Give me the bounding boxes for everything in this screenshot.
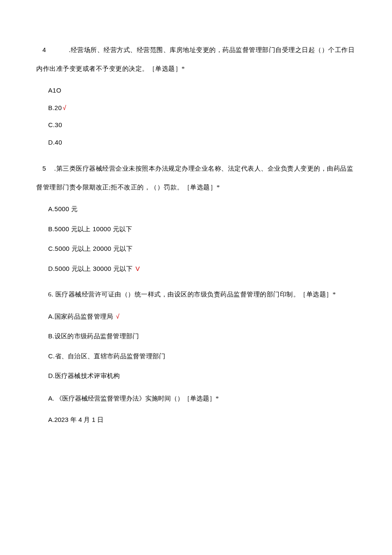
- question-5-option-a: A.5000 元: [48, 204, 356, 214]
- option-text: D.5000 元以上 30000 元以下: [48, 265, 133, 272]
- question-6-option-d: D.医疗器械技术评审机构: [48, 371, 356, 381]
- correct-mark-icon: √: [116, 313, 120, 320]
- question-5-options: A.5000 元 B.5000 元以上 10000 元以下 C.5000 元以上…: [36, 204, 356, 273]
- question-5-option-d: D.5000 元以上 30000 元以下 V: [48, 264, 356, 274]
- question-6-option-b: B.设区的市级药品监督管理部门: [48, 331, 356, 341]
- option-text: D.40: [48, 139, 62, 146]
- question-4-option-c: C.30: [48, 120, 356, 130]
- question-6-text: 医疗器械经营许可证由（）统一样式，由设区的市级负责药品监督管理的部门印制。［单选…: [53, 291, 336, 298]
- question-4-option-d: D.40: [48, 138, 356, 148]
- question-7-text: 《医疗器械经营监督管理办法》实施时间（）［单选题］*: [54, 395, 219, 402]
- question-5: 5 .第三类医疗器械经营企业未按照本办法规定办理企业名称、法定代表人、企业负责人…: [36, 159, 356, 273]
- question-4-stem: 4 .经营场所、经营方式、经营范围、库房地址变更的，药品监督管理部门自受理之日起…: [36, 41, 356, 78]
- question-7: A. 《医疗器械经营监督管理办法》实施时间（）［单选题］* A.2023 年 4…: [36, 393, 356, 425]
- question-6-option-a: A.国家药品监督管理局 √: [48, 312, 356, 322]
- question-7-option-a: A.2023 年 4 月 1 日: [36, 415, 356, 425]
- option-text: A.国家药品监督管理局: [48, 313, 113, 320]
- question-5-number: 5: [36, 159, 52, 178]
- question-4-text: 经营场所、经营方式、经营范围、库房地址变更的，药品监督管理部门自受理之日起（）个…: [36, 46, 355, 72]
- option-text: B.5000 元以上 10000 元以下: [48, 225, 133, 232]
- option-text: C.省、自治区、直辖市药品监督管理部门: [48, 352, 166, 360]
- question-5-text: 第三类医疗器械经营企业未按照本办法规定办理企业名称、法定代表人、企业负责人变更的…: [36, 165, 353, 191]
- question-5-option-c: C.5000 元以上 20000 元以下: [48, 244, 356, 254]
- option-text: C.30: [48, 121, 62, 128]
- question-4-option-b: B.20√: [48, 103, 356, 113]
- question-5-stem: 5 .第三类医疗器械经营企业未按照本办法规定办理企业名称、法定代表人、企业负责人…: [36, 159, 356, 197]
- option-text: A.2023 年 4 月 1 日: [48, 416, 104, 423]
- question-4-number: 4: [36, 41, 52, 59]
- correct-mark-icon: V: [135, 265, 140, 272]
- correct-mark-icon: √: [63, 104, 66, 111]
- option-text: A1O: [48, 87, 61, 94]
- question-7-stem: A. 《医疗器械经营监督管理办法》实施时间（）［单选题］*: [36, 393, 356, 404]
- option-text: D.医疗器械技术评审机构: [48, 372, 120, 379]
- question-7-prefix: A.: [48, 393, 54, 404]
- option-text: C.5000 元以上 20000 元以下: [48, 245, 133, 252]
- option-text: B.20: [48, 104, 62, 111]
- option-text: A.5000 元: [48, 205, 78, 212]
- question-6-stem: 6. 医疗器械经营许可证由（）统一样式，由设区的市级负责药品监督管理的部门印制。…: [36, 285, 356, 304]
- document-page: 4 .经营场所、经营方式、经营范围、库房地址变更的，药品监督管理部门自受理之日起…: [0, 0, 392, 555]
- question-6: 6. 医疗器械经营许可证由（）统一样式，由设区的市级负责药品监督管理的部门印制。…: [36, 285, 356, 381]
- question-6-number: 6.: [48, 291, 53, 298]
- question-5-option-b: B.5000 元以上 10000 元以下: [48, 224, 356, 234]
- question-4-options: A1O B.20√ C.30 D.40: [36, 86, 356, 147]
- question-6-options: A.国家药品监督管理局 √ B.设区的市级药品监督管理部门 C.省、自治区、直辖…: [36, 312, 356, 381]
- question-4: 4 .经营场所、经营方式、经营范围、库房地址变更的，药品监督管理部门自受理之日起…: [36, 41, 356, 147]
- option-text: B.设区的市级药品监督管理部门: [48, 332, 139, 340]
- question-6-option-c: C.省、自治区、直辖市药品监督管理部门: [48, 352, 356, 361]
- question-4-option-a: A1O: [48, 86, 356, 96]
